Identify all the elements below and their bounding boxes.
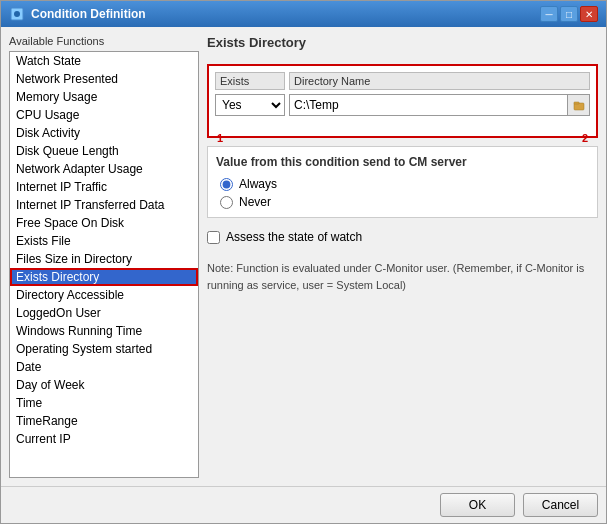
value-section-title: Value from this condition send to CM ser… [216, 155, 589, 169]
list-item-disk-queue-length[interactable]: Disk Queue Length [10, 142, 198, 160]
minimize-button[interactable]: ─ [540, 6, 558, 22]
label-2: 2 [582, 132, 588, 144]
bottom-bar: OK Cancel [1, 486, 606, 523]
list-item-network-adapter-usage[interactable]: Network Adapter Usage [10, 160, 198, 178]
cancel-button[interactable]: Cancel [523, 493, 598, 517]
list-item-memory-usage[interactable]: Memory Usage [10, 88, 198, 106]
svg-point-1 [14, 11, 20, 17]
section-title: Exists Directory [207, 35, 598, 50]
directory-input[interactable] [289, 94, 568, 116]
checkbox-section: Assess the state of watch [207, 226, 598, 248]
svg-rect-3 [574, 102, 579, 104]
assess-state-label: Assess the state of watch [226, 230, 362, 244]
list-item-exists-directory[interactable]: Exists Directory [10, 268, 198, 286]
exists-select[interactable]: Yes No [215, 94, 285, 116]
note-text: Note: Function is evaluated under C-Moni… [207, 262, 584, 291]
radio-always[interactable]: Always [220, 177, 589, 191]
list-item-current-ip[interactable]: Current IP [10, 430, 198, 448]
list-item-exists-file[interactable]: Exists File [10, 232, 198, 250]
list-item-cpu-usage[interactable]: CPU Usage [10, 106, 198, 124]
exists-header-row: Exists Directory Name [215, 72, 590, 90]
condition-definition-window: Condition Definition ─ □ ✕ Available Fun… [0, 0, 607, 524]
exists-column-header: Exists [215, 72, 285, 90]
list-item-os-started[interactable]: Operating System started [10, 340, 198, 358]
window-controls: ─ □ ✕ [540, 6, 598, 22]
list-item-date[interactable]: Date [10, 358, 198, 376]
list-item-timerange[interactable]: TimeRange [10, 412, 198, 430]
radio-never-label: Never [239, 195, 271, 209]
dir-input-wrapper [289, 94, 590, 116]
list-item-internet-ip-traffic[interactable]: Internet IP Traffic [10, 178, 198, 196]
list-item-watch-state[interactable]: Watch State [10, 52, 198, 70]
functions-list[interactable]: Watch State Network Presented Memory Usa… [9, 51, 199, 478]
list-item-free-space[interactable]: Free Space On Disk [10, 214, 198, 232]
radio-never-input[interactable] [220, 196, 233, 209]
title-bar: Condition Definition ─ □ ✕ [1, 1, 606, 27]
ok-button[interactable]: OK [440, 493, 515, 517]
left-panel: Available Functions Watch State Network … [9, 35, 199, 478]
list-item-internet-ip-transferred[interactable]: Internet IP Transferred Data [10, 196, 198, 214]
window-title: Condition Definition [31, 7, 540, 21]
exists-directory-section: Exists Directory Name Yes No [207, 64, 598, 138]
radio-always-input[interactable] [220, 178, 233, 191]
window-icon [9, 6, 25, 22]
list-item-time[interactable]: Time [10, 394, 198, 412]
list-item-network-presented[interactable]: Network Presented [10, 70, 198, 88]
list-item-disk-activity[interactable]: Disk Activity [10, 124, 198, 142]
list-item-files-size[interactable]: Files Size in Directory [10, 250, 198, 268]
right-panel: Exists Directory Exists Directory Name Y… [207, 35, 598, 478]
dir-name-column-header: Directory Name [289, 72, 590, 90]
close-button[interactable]: ✕ [580, 6, 598, 22]
list-item-directory-accessible[interactable]: Directory Accessible [10, 286, 198, 304]
browse-button[interactable] [568, 94, 590, 116]
assess-state-checkbox[interactable] [207, 231, 220, 244]
radio-never[interactable]: Never [220, 195, 589, 209]
note-section: Note: Function is evaluated under C-Moni… [207, 256, 598, 297]
radio-always-label: Always [239, 177, 277, 191]
main-content: Available Functions Watch State Network … [1, 27, 606, 486]
list-item-day-of-week[interactable]: Day of Week [10, 376, 198, 394]
list-item-windows-running-time[interactable]: Windows Running Time [10, 322, 198, 340]
list-item-loggedon-user[interactable]: LoggedOn User [10, 304, 198, 322]
exists-input-row: Yes No [215, 94, 590, 116]
number-labels: 1 2 [215, 116, 590, 130]
value-section: Value from this condition send to CM ser… [207, 146, 598, 218]
label-1: 1 [217, 132, 223, 144]
radio-group: Always Never [220, 177, 589, 209]
maximize-button[interactable]: □ [560, 6, 578, 22]
available-functions-label: Available Functions [9, 35, 199, 47]
